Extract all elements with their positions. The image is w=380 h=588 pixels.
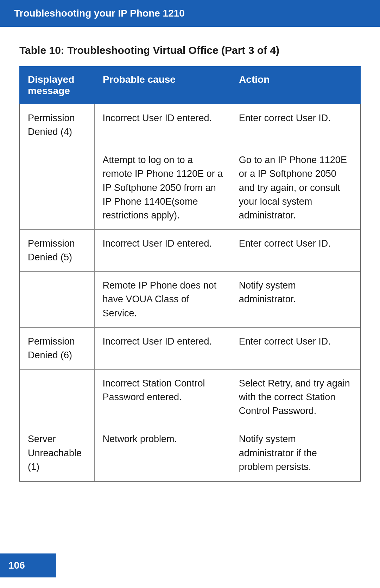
- table-row: Permission Denied (6) Incorrect User ID …: [20, 327, 360, 369]
- col-header-action: Action: [231, 67, 360, 104]
- page-number: 106: [8, 560, 25, 571]
- cell-probable-5: Incorrect Station Control Password enter…: [95, 369, 231, 425]
- col-header-displayed: Displayed message: [20, 67, 95, 104]
- page-footer: 106: [0, 553, 56, 577]
- cell-action-1: Go to an IP Phone 1120E or a IP Softphon…: [231, 146, 360, 230]
- table-header-row: Displayed message Probable cause Action: [20, 67, 360, 104]
- cell-action-4: Enter correct User ID.: [231, 327, 360, 369]
- table-row: Attempt to log on to a remote IP Phone 1…: [20, 146, 360, 230]
- table-caption: Table 10: Troubleshooting Virtual Office…: [19, 44, 361, 56]
- cell-displayed-3: [20, 272, 95, 327]
- cell-displayed-5: [20, 369, 95, 425]
- page-content: Table 10: Troubleshooting Virtual Office…: [0, 27, 380, 517]
- cell-displayed-0: Permission Denied (4): [20, 104, 95, 146]
- header-bar: Troubleshooting your IP Phone 1210: [0, 0, 380, 27]
- cell-displayed-1: [20, 146, 95, 230]
- cell-action-6: Notify system administrator if the probl…: [231, 425, 360, 481]
- table-row: Incorrect Station Control Password enter…: [20, 369, 360, 425]
- table-row: Permission Denied (5) Incorrect User ID …: [20, 229, 360, 271]
- col-header-probable: Probable cause: [95, 67, 231, 104]
- table-row: Permission Denied (4) Incorrect User ID …: [20, 104, 360, 146]
- cell-action-0: Enter correct User ID.: [231, 104, 360, 146]
- cell-action-5: Select Retry, and try again with the cor…: [231, 369, 360, 425]
- table-row: Remote IP Phone does not have VOUA Class…: [20, 272, 360, 327]
- cell-probable-6: Network problem.: [95, 425, 231, 481]
- cell-probable-0: Incorrect User ID entered.: [95, 104, 231, 146]
- troubleshooting-table: Displayed message Probable cause Action …: [19, 66, 361, 482]
- cell-probable-1: Attempt to log on to a remote IP Phone 1…: [95, 146, 231, 230]
- cell-probable-4: Incorrect User ID entered.: [95, 327, 231, 369]
- cell-displayed-6: Server Unreachable (1): [20, 425, 95, 481]
- cell-action-3: Notify system administrator.: [231, 272, 360, 327]
- cell-displayed-4: Permission Denied (6): [20, 327, 95, 369]
- table-row: Server Unreachable (1) Network problem. …: [20, 425, 360, 481]
- cell-displayed-2: Permission Denied (5): [20, 229, 95, 271]
- cell-action-2: Enter correct User ID.: [231, 229, 360, 271]
- cell-probable-3: Remote IP Phone does not have VOUA Class…: [95, 272, 231, 327]
- cell-probable-2: Incorrect User ID entered.: [95, 229, 231, 271]
- header-title: Troubleshooting your IP Phone 1210: [14, 8, 185, 19]
